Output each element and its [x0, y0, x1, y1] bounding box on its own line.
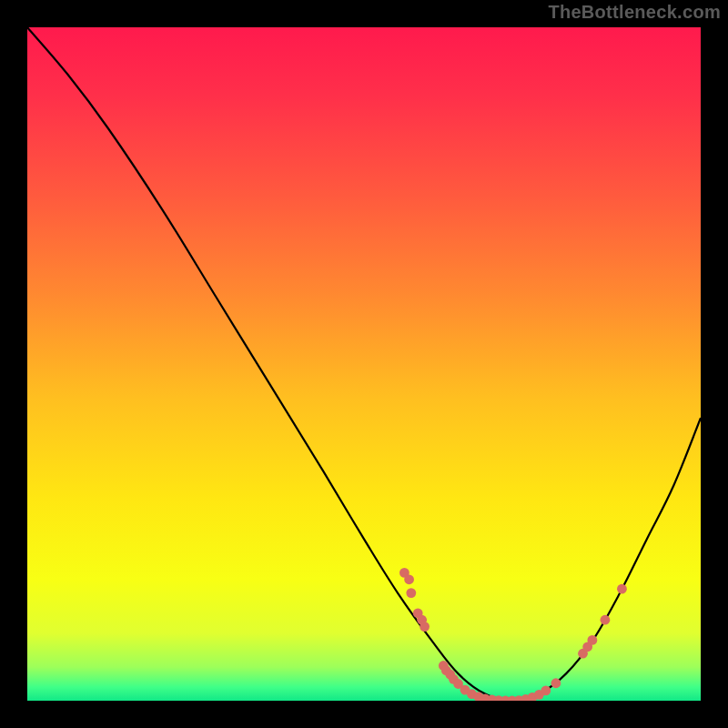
gradient-background	[27, 27, 701, 701]
data-marker	[601, 615, 611, 625]
attribution-label: TheBottleneck.com	[548, 2, 721, 23]
data-marker	[617, 584, 627, 594]
data-marker	[404, 574, 414, 584]
chart-container: TheBottleneck.com	[0, 0, 728, 728]
data-marker	[551, 678, 561, 688]
data-marker	[406, 588, 416, 598]
data-marker	[420, 622, 430, 632]
data-marker	[587, 635, 597, 645]
data-marker	[541, 686, 551, 696]
bottleneck-chart	[27, 27, 701, 701]
